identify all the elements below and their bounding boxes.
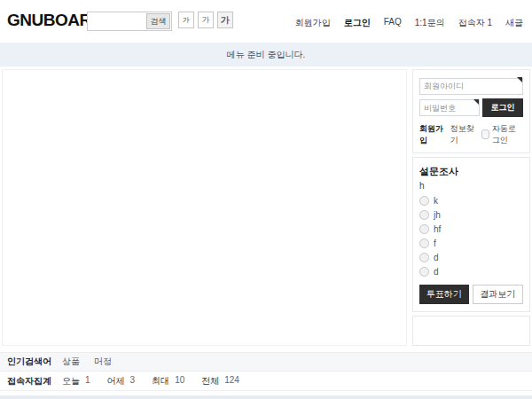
poll-option[interactable]: hf	[419, 224, 523, 234]
footer-strip	[0, 395, 532, 399]
content-area-empty	[2, 69, 407, 346]
menu-faq[interactable]: FAQ	[384, 17, 402, 29]
menu-new-posts[interactable]: 새글	[505, 17, 523, 29]
auto-login-label: 자동로그인	[492, 123, 523, 146]
poll-option-label: f	[434, 239, 436, 248]
poll-option[interactable]: d	[419, 253, 523, 262]
view-results-button[interactable]: 결과보기	[473, 285, 524, 304]
main-area: 로그인 회원가입 정보찾기 자동로그인 설문조사 h k jh	[2, 69, 530, 346]
login-box: 로그인 회원가입 정보찾기 자동로그인	[412, 69, 530, 153]
auto-login-toggle[interactable]: 자동로그인	[481, 123, 523, 146]
menu-inquiry[interactable]: 1:1문의	[415, 17, 445, 29]
popular-keyword-link[interactable]: 상품	[62, 356, 80, 368]
join-link[interactable]: 회원가입	[419, 123, 445, 146]
radio-icon[interactable]	[419, 239, 429, 248]
required-marker-icon	[473, 99, 479, 105]
radio-icon[interactable]	[419, 210, 429, 220]
login-button[interactable]: 로그인	[482, 98, 523, 117]
radio-icon[interactable]	[419, 253, 429, 262]
search-form: 검색	[87, 12, 172, 31]
poll-box: 설문조사 h k jh hf f d	[412, 157, 530, 312]
font-size-small-button[interactable]: 가	[178, 12, 194, 28]
visitor-stats-label: 접속자집계	[0, 375, 62, 387]
poll-option-label: jh	[434, 210, 441, 220]
sidebar: 로그인 회원가입 정보찾기 자동로그인 설문조사 h k jh	[412, 69, 530, 346]
font-size-large-button[interactable]: 가	[217, 12, 233, 28]
stat-yesterday: 어제 3	[107, 375, 136, 387]
poll-option[interactable]: f	[419, 239, 523, 248]
header: GNUBOARD5 검색 가 가 가 회원가입 로그인 FAQ 1:1문의 접속…	[0, 0, 532, 43]
stat-total: 전체 124	[201, 375, 239, 387]
poll-question: h	[419, 181, 523, 191]
poll-option-label: d	[434, 253, 439, 262]
poll-option-label: d	[434, 267, 439, 277]
sidebar-empty-box	[412, 316, 530, 347]
menu-join[interactable]: 회원가입	[295, 17, 331, 29]
visitor-stats-row: 접속자집계 오늘 1 어제 3 최대 10 전체 124	[0, 372, 532, 391]
font-size-controls: 가 가 가	[178, 12, 233, 28]
vote-button[interactable]: 투표하기	[419, 285, 469, 304]
stat-today: 오늘 1	[62, 375, 90, 387]
menu-notice-bar: 메뉴 준비 중입니다.	[0, 43, 532, 66]
member-id-input[interactable]	[419, 78, 523, 95]
poll-option-label: k	[434, 196, 438, 206]
search-button[interactable]: 검색	[146, 13, 170, 29]
menu-login[interactable]: 로그인	[344, 17, 371, 29]
poll-option[interactable]: k	[419, 196, 523, 206]
popular-keywords-label: 인기검색어	[0, 356, 62, 368]
search-input[interactable]	[88, 12, 146, 30]
required-marker-icon	[517, 77, 522, 82]
footer: 인기검색어 상품 머정 접속자집계 오늘 1 어제 3 최대 10 전체 124	[0, 352, 532, 399]
poll-option[interactable]: d	[419, 267, 523, 277]
password-input[interactable]	[419, 99, 480, 116]
popular-keywords-row: 인기검색어 상품 머정	[0, 352, 532, 372]
radio-icon[interactable]	[419, 267, 429, 277]
auto-login-checkbox[interactable]	[481, 129, 489, 139]
poll-title: 설문조사	[419, 165, 523, 178]
header-menu: 회원가입 로그인 FAQ 1:1문의 접속자 1 새글	[295, 17, 523, 29]
popular-keyword-link[interactable]: 머정	[94, 356, 112, 368]
menu-connected-users[interactable]: 접속자 1	[458, 17, 492, 29]
poll-option-label: hf	[434, 224, 441, 234]
radio-icon[interactable]	[419, 196, 429, 206]
radio-icon[interactable]	[419, 224, 429, 234]
poll-option[interactable]: jh	[419, 210, 523, 220]
font-size-medium-button[interactable]: 가	[198, 12, 214, 28]
stat-max: 최대 10	[152, 375, 184, 387]
find-info-link[interactable]: 정보찾기	[450, 123, 476, 146]
